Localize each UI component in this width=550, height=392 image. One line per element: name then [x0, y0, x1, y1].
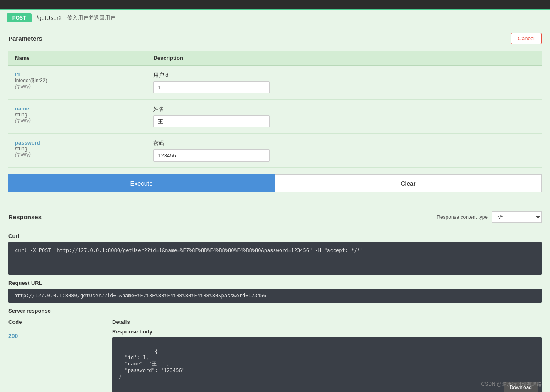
curl-label: Curl	[8, 233, 542, 239]
response-body-content: { "id": 1, "name": "王——", "password": "1…	[119, 349, 185, 379]
param-name-password: password	[15, 140, 140, 146]
table-row: password string (query) 密码	[8, 134, 542, 168]
endpoint-path: /getUser2	[37, 15, 62, 21]
content-type-select[interactable]: */*	[492, 211, 542, 223]
content-type-label: Response content type	[437, 214, 488, 220]
cancel-button[interactable]: Cancel	[511, 33, 542, 44]
code-cell: 200	[8, 328, 112, 392]
response-body-label: Response body	[112, 328, 542, 335]
endpoint-header: POST /getUser2 传入用户并返回用户	[0, 9, 550, 26]
request-url-section: Request URL http://127.0.0.1:8080/getUse…	[8, 280, 542, 303]
param-type-password: string	[15, 146, 140, 152]
execute-clear-row: Execute Clear	[8, 174, 542, 192]
responses-section: Responses Response content type */* Curl…	[0, 206, 550, 392]
param-name-cell: id integer($int32) (query)	[8, 66, 147, 100]
param-desc-cell: 密码	[147, 134, 542, 168]
server-response-label: Server response	[8, 308, 542, 314]
param-desc-cell: 用户id	[147, 66, 542, 100]
param-desc-id: 用户id	[153, 71, 535, 79]
endpoint-description: 传入用户并返回用户	[67, 14, 115, 22]
responses-title: Responses	[8, 213, 42, 220]
param-location-password: (query)	[15, 152, 140, 157]
method-badge: POST	[7, 13, 32, 22]
param-input-password[interactable]	[153, 149, 270, 162]
parameters-table: Name Description id integer($int32) (que…	[8, 51, 542, 168]
top-bar	[0, 0, 550, 9]
code-column-header: Code	[8, 317, 112, 327]
content-type-row: Response content type */*	[437, 211, 542, 223]
table-row: name string (query) 姓名	[8, 100, 542, 134]
param-name-cell: password string (query)	[8, 134, 147, 168]
param-type-name: string	[15, 112, 140, 118]
description-column-header: Description	[147, 51, 542, 66]
param-name-cell: name string (query)	[8, 100, 147, 134]
param-name-name: name	[15, 105, 140, 112]
param-desc-password: 密码	[153, 140, 535, 147]
request-url-label: Request URL	[8, 280, 542, 286]
execute-button[interactable]: Execute	[8, 174, 275, 192]
curl-section: Curl curl -X POST "http://127.0.0.1:8080…	[8, 233, 542, 275]
param-input-name[interactable]	[153, 115, 270, 127]
request-url-box: http://127.0.0.1:8080/getUser2?id=1&name…	[8, 289, 542, 303]
parameters-title: Parameters	[8, 35, 42, 42]
main-container: POST /getUser2 传入用户并返回用户 Parameters Canc…	[0, 9, 550, 392]
param-location-name: (query)	[15, 118, 140, 123]
code-details-data-row: 200 Response body { "id": 1, "name": "王—…	[8, 328, 542, 392]
parameters-header: Parameters Cancel	[8, 33, 542, 44]
table-header-row: Name Description	[8, 51, 542, 66]
clear-button[interactable]: Clear	[275, 174, 542, 192]
details-column-header: Details	[112, 317, 542, 327]
name-column-header: Name	[8, 51, 147, 66]
details-cell: Response body { "id": 1, "name": "王——", …	[112, 328, 542, 392]
param-desc-name: 姓名	[153, 105, 535, 113]
param-name-id: id	[15, 71, 140, 78]
table-row: id integer($int32) (query) 用户id	[8, 66, 542, 100]
footer-watermark: CSDN @逆水行舟没有退路	[481, 381, 542, 388]
code-details-header-row: Code Details	[8, 317, 542, 327]
responses-header: Responses Response content type */*	[8, 206, 542, 227]
curl-box: curl -X POST "http://127.0.0.1:8080/getU…	[8, 242, 542, 275]
response-body-box: { "id": 1, "name": "王——", "password": "1…	[112, 337, 542, 392]
param-type-id: integer($int32)	[15, 78, 140, 83]
param-input-id[interactable]	[153, 81, 270, 93]
param-location-id: (query)	[15, 83, 140, 89]
param-desc-cell: 姓名	[147, 100, 542, 134]
status-code: 200	[8, 328, 112, 339]
parameters-section: Parameters Cancel Name Description id in…	[0, 26, 550, 206]
server-response-section: Server response Code Details 200 Respons…	[8, 308, 542, 392]
